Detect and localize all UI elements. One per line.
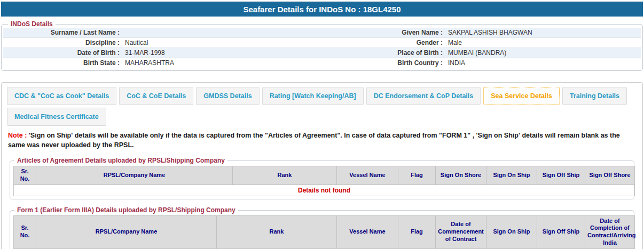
birth-state-label: Birth State : bbox=[3, 58, 125, 68]
details-not-found-message: Details not found bbox=[14, 184, 635, 196]
form1-header-sign-on-ship: Sign On Ship bbox=[486, 215, 537, 248]
tab-medical-fitness[interactable]: Medical Fitness Certificate bbox=[7, 108, 106, 126]
discipline-value: Nautical bbox=[125, 38, 323, 47]
date-of-birth-label: Date of Birth : bbox=[3, 48, 125, 58]
tab-training[interactable]: Training Details bbox=[562, 87, 627, 105]
tabs-row-2: Medical Fitness Certificate bbox=[7, 108, 637, 126]
form1-header-sr-no: Sr. No. bbox=[14, 215, 36, 248]
birth-country-value: INDIA bbox=[448, 58, 641, 68]
indos-row-birth: Date of Birth : 31-MAR-1998 Place of Bir… bbox=[3, 48, 641, 58]
articles-header-company: RPSL/Company Name bbox=[36, 166, 233, 185]
date-of-birth-value: 31-MAR-1998 bbox=[125, 48, 323, 58]
tab-coc-coe[interactable]: CoC & CoE Details bbox=[119, 87, 193, 105]
articles-empty-row: Details not found bbox=[14, 184, 635, 196]
surname-value bbox=[125, 28, 323, 37]
indos-row-name: Surname / Last Name : Given Name : SAKPA… bbox=[3, 28, 641, 38]
birth-state-value: MAHARASHTRA bbox=[125, 58, 323, 68]
form1-header-row: Sr. No. RPSL/Company Name Rank Vessel Na… bbox=[14, 215, 635, 248]
form1-table: Sr. No. RPSL/Company Name Rank Vessel Na… bbox=[13, 215, 635, 249]
articles-of-agreement-fieldset: Articles of Agreement Details uploaded b… bbox=[10, 160, 634, 199]
tab-gmdss[interactable]: GMDSS Details bbox=[196, 87, 259, 105]
articles-header-sign-on-ship: Sign On Ship bbox=[486, 166, 537, 185]
form1-header-date-completion: Date of Completion of Contract/Arriving … bbox=[585, 215, 635, 248]
indos-details-legend: INDoS Details bbox=[8, 20, 56, 28]
surname-label: Surname / Last Name : bbox=[3, 28, 125, 37]
form1-header-company: RPSL/Company Name bbox=[36, 215, 217, 248]
articles-of-agreement-legend: Articles of Agreement Details uploaded b… bbox=[14, 157, 227, 164]
form1-header-rank: Rank bbox=[217, 215, 337, 248]
tab-cdc-coc-as-cook[interactable]: CDC & "CoC as Cook" Details bbox=[7, 87, 116, 105]
form1-header-sign-off-ship: Sign Off Ship bbox=[537, 215, 585, 248]
form1-fieldset: Form 1 (Earlier Form IIIA) Details uploa… bbox=[10, 210, 634, 249]
given-name-value: SAKPAL ASHISH BHAGWAN bbox=[448, 28, 641, 37]
articles-header-rank: Rank bbox=[233, 166, 337, 185]
form1-header-date-commencement: Date of Commencement of Contract bbox=[436, 215, 486, 248]
tabs-row-1: CDC & "CoC as Cook" Details CoC & CoE De… bbox=[7, 87, 637, 105]
indos-details-fieldset: INDoS Details Surname / Last Name : Give… bbox=[1, 24, 643, 71]
articles-header-flag: Flag bbox=[398, 166, 436, 185]
note-label: Note : bbox=[8, 132, 27, 139]
articles-header-row: Sr. No. RPSL/Company Name Rank Vessel Na… bbox=[14, 166, 635, 185]
form1-legend: Form 1 (Earlier Form IIIA) Details uploa… bbox=[14, 206, 238, 214]
place-of-birth-label: Place of Birth : bbox=[323, 48, 448, 58]
articles-header-sr-no: Sr. No. bbox=[14, 166, 36, 185]
articles-header-sign-on-shore: Sign On Shore bbox=[436, 166, 486, 185]
tab-rating-watchkeeping[interactable]: Rating [Watch Keeping/AB] bbox=[262, 87, 364, 105]
seafarer-details-panel: CDC & "CoC as Cook" Details CoC & CoE De… bbox=[1, 82, 643, 249]
note-body: 'Sign on Ship' details will be available… bbox=[8, 132, 620, 149]
page-title: Seafarer Details for INDoS No : 18GL4250 bbox=[1, 2, 643, 17]
given-name-label: Given Name : bbox=[323, 28, 448, 37]
articles-header-sign-off-ship: Sign Off Ship bbox=[537, 166, 585, 185]
birth-country-label: Birth Country : bbox=[323, 58, 448, 68]
gender-value: Male bbox=[448, 38, 641, 47]
form1-header-vessel: Vessel Name bbox=[337, 215, 398, 248]
form1-header-flag: Flag bbox=[398, 215, 436, 248]
discipline-label: Discipline : bbox=[3, 38, 125, 47]
articles-header-vessel: Vessel Name bbox=[337, 166, 398, 185]
indos-row-birth-state: Birth State : MAHARASHTRA Birth Country … bbox=[3, 58, 641, 68]
tab-sea-service[interactable]: Sea Service Details bbox=[483, 87, 560, 105]
articles-header-sign-off-shore: Sign Off Shore bbox=[585, 166, 635, 185]
note-text: Note : 'Sign on Ship' details will be av… bbox=[8, 131, 636, 150]
gender-label: Gender : bbox=[323, 38, 448, 47]
articles-of-agreement-table: Sr. No. RPSL/Company Name Rank Vessel Na… bbox=[13, 166, 635, 196]
tab-dc-endorsement-cop[interactable]: DC Endorsement & CoP Details bbox=[366, 87, 481, 105]
indos-row-discipline: Discipline : Nautical Gender : Male bbox=[3, 38, 641, 48]
place-of-birth-value: MUMBAI (BANDRA) bbox=[448, 48, 641, 58]
